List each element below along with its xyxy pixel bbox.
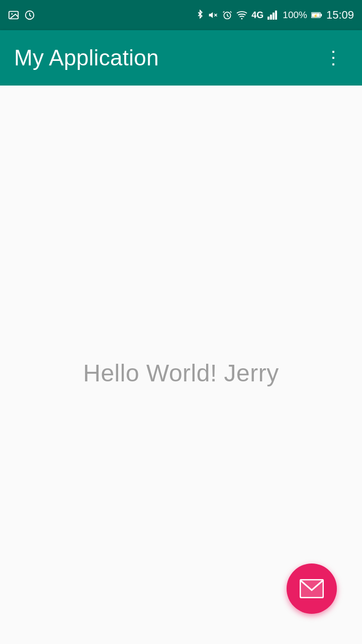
svg-marker-3	[209, 12, 213, 18]
svg-rect-12	[273, 13, 275, 20]
svg-rect-13	[275, 11, 277, 20]
status-time: 15:09	[326, 9, 354, 22]
hello-world-text: Hello World! Jerry	[83, 359, 279, 387]
network-type-label: 4G	[251, 10, 263, 21]
app-bar: My Application ⋮	[0, 30, 362, 86]
main-content: Hello World! Jerry	[0, 86, 362, 644]
svg-point-1	[11, 13, 13, 15]
email-fab-button[interactable]	[287, 564, 337, 614]
svg-point-9	[241, 18, 243, 20]
app-bar-title: My Application	[14, 45, 159, 70]
photo-icon	[8, 10, 19, 21]
status-bar-right-icons: 4G 100% ⚡ 15:09	[196, 9, 354, 22]
sync-icon	[24, 10, 35, 21]
email-icon	[300, 579, 324, 598]
signal-bars-icon	[267, 11, 279, 20]
status-bar: 4G 100% ⚡ 15:09	[0, 0, 362, 30]
battery-icon: ⚡	[311, 11, 322, 19]
svg-rect-10	[267, 17, 269, 20]
bluetooth-icon	[196, 10, 204, 21]
svg-line-7	[223, 12, 225, 13]
status-bar-left-icons	[8, 10, 35, 21]
wifi-icon	[236, 11, 247, 20]
svg-line-8	[230, 12, 232, 13]
svg-rect-15	[321, 14, 322, 16]
svg-rect-11	[270, 15, 272, 20]
mute-icon	[208, 10, 218, 20]
alarm-icon	[222, 10, 232, 20]
svg-text:⚡: ⚡	[313, 13, 318, 18]
battery-percentage-label: 100%	[283, 10, 307, 21]
overflow-menu-button[interactable]: ⋮	[320, 44, 348, 72]
